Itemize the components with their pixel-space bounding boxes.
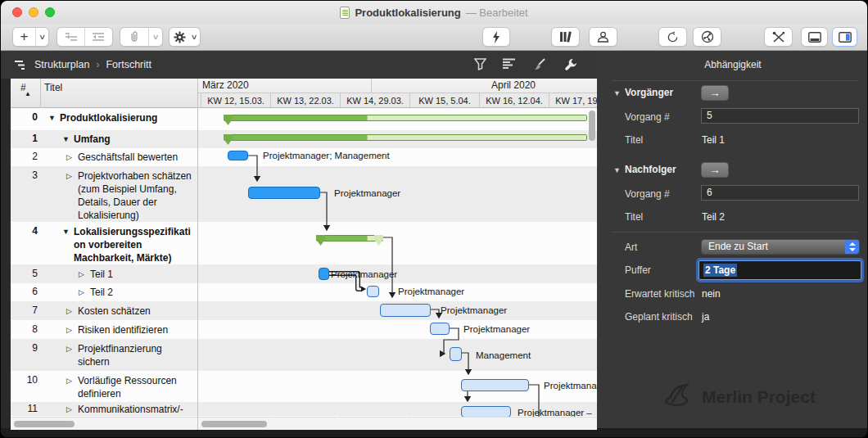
library-icon xyxy=(559,31,572,43)
add-button[interactable]: + ∨ xyxy=(12,27,49,47)
paperclip-icon[interactable] xyxy=(120,28,148,46)
resource-label: Projektmanager xyxy=(398,287,464,296)
window-title: Produktlokalisierung xyxy=(355,7,460,19)
task-title[interactable]: Vorläufige Ressourcen definieren xyxy=(78,374,196,400)
task-title[interactable]: Risiken identifizieren xyxy=(78,323,196,336)
task-title[interactable]: Projektvorhaben schätzen (zum Beispiel U… xyxy=(78,169,196,222)
window-edited-state: — Bearbeitet xyxy=(466,7,528,19)
task-title[interactable]: Umfang xyxy=(74,133,196,146)
resource-label: Management xyxy=(476,350,531,360)
task-title[interactable]: Kommunikationsmatrix/- xyxy=(78,403,196,416)
resource-label: Projektmanager xyxy=(331,269,397,279)
task-title[interactable]: Lokalisierungsspezifikation vorbereiten … xyxy=(74,225,196,264)
chevron-down-icon[interactable]: ∨ xyxy=(187,28,201,46)
disclosure-triangle-icon[interactable]: ▷ xyxy=(79,270,84,278)
disclosure-triangle-icon[interactable]: ▼ xyxy=(48,114,56,122)
app-window: Produktlokalisierung — Bearbeitet + ∨ ∨ xyxy=(0,0,868,438)
chevron-down-icon[interactable]: ∨ xyxy=(34,28,51,46)
task-number: 2 xyxy=(11,151,38,162)
expected-critical-label: Erwartet kritisch xyxy=(625,288,694,300)
indent-icon[interactable] xyxy=(57,28,84,46)
breadcrumb-view[interactable]: Strukturplan xyxy=(34,59,89,70)
week-header-cell[interactable]: KW 17, 19.04. xyxy=(549,93,597,108)
actions-button[interactable] xyxy=(482,27,510,47)
disclosure-triangle-icon[interactable]: ▷ xyxy=(66,172,72,180)
task-number: 6 xyxy=(11,286,38,297)
goto-predecessor-button[interactable]: → xyxy=(701,85,729,101)
disclosure-triangle-icon[interactable]: ▷ xyxy=(66,377,72,385)
disclosure-triangle-icon[interactable]: ▷ xyxy=(66,307,72,315)
task-number: 5 xyxy=(11,268,38,279)
month-label: März 2020 xyxy=(202,79,249,91)
disclosure-triangle-icon[interactable]: ▷ xyxy=(66,345,72,353)
gear-icon xyxy=(171,28,189,46)
disclosure-triangle-icon[interactable]: ▼ xyxy=(613,89,621,97)
title-bar: Produktlokalisierung — Bearbeitet xyxy=(1,1,867,24)
disclosure-triangle-icon[interactable]: ▷ xyxy=(66,153,72,161)
week-header-cell[interactable]: KW 12, 15.03. xyxy=(201,93,270,108)
merlin-hat-icon xyxy=(662,382,692,412)
sort-ascending-icon[interactable]: ▲ xyxy=(25,90,31,97)
watermark-text: Merlin Project xyxy=(702,387,816,407)
predecessor-title-label: Titel xyxy=(625,134,643,146)
outdent-icon[interactable] xyxy=(85,28,112,46)
table-horizontal-scrollbar[interactable] xyxy=(14,421,75,427)
settings-tools-button[interactable] xyxy=(764,27,793,47)
task-title[interactable]: Produktlokalisierung xyxy=(60,111,196,124)
lightning-icon xyxy=(492,31,500,43)
task-number: 4 xyxy=(11,225,38,237)
task-title[interactable]: Kosten schätzen xyxy=(78,305,196,318)
right-panel-toggle[interactable] xyxy=(832,27,857,47)
buffer-input[interactable]: 2 Tage xyxy=(698,260,861,280)
predecessor-section-header: Vorgänger xyxy=(625,87,673,98)
task-title[interactable]: Geschäftsfall bewerten xyxy=(78,151,196,164)
dependency-type-dropdown[interactable]: Ende zu Start xyxy=(701,239,860,255)
task-title[interactable]: Teil 1 xyxy=(90,268,196,281)
goto-successor-button[interactable]: → xyxy=(701,162,729,178)
column-header-title[interactable]: Titel xyxy=(44,82,62,93)
gantt-vertical-scrollbar[interactable] xyxy=(589,111,595,141)
link-group: ∨ xyxy=(120,27,163,47)
task-title[interactable]: Teil 2 xyxy=(90,286,196,299)
dropdown-stepper-icon xyxy=(845,240,859,254)
task-title[interactable]: Projektfinanzierung sichern xyxy=(78,342,196,368)
successor-number-field[interactable]: 6 xyxy=(701,185,859,201)
week-header-cell[interactable]: KW 16, 12.04. xyxy=(479,93,549,108)
predecessor-number-field[interactable]: 5 xyxy=(701,108,859,124)
dependency-type-value: Ende zu Start xyxy=(708,241,768,252)
timeline-week-header[interactable]: KW 12, 15.03.KW 13, 22.03.KW 14, 29.03.K… xyxy=(197,93,597,108)
chevron-down-icon[interactable]: ∨ xyxy=(147,28,165,46)
library-button[interactable] xyxy=(551,27,580,47)
network-button[interactable] xyxy=(693,27,721,47)
buffer-value-selected-text: 2 Tage xyxy=(703,264,737,277)
task-number: 7 xyxy=(11,305,38,316)
disclosure-triangle-icon[interactable]: ▼ xyxy=(613,166,621,174)
disclosure-triangle-icon[interactable]: ▼ xyxy=(62,228,70,236)
document-proxy-icon[interactable] xyxy=(340,7,350,19)
week-header-cell[interactable]: KW 15, 5.04. xyxy=(409,93,479,108)
disclosure-triangle-icon[interactable]: ▷ xyxy=(66,326,72,334)
week-header-cell[interactable]: KW 13, 22.03. xyxy=(270,93,340,108)
horizontal-scroll-area xyxy=(11,417,597,430)
person-icon xyxy=(597,31,609,43)
disclosure-triangle-icon[interactable]: ▼ xyxy=(62,135,70,143)
sync-button[interactable] xyxy=(658,27,687,47)
tools-icon xyxy=(772,31,785,43)
wrench-icon[interactable] xyxy=(564,58,577,71)
format-list-icon[interactable] xyxy=(502,58,516,70)
action-menu-button[interactable]: ∨ xyxy=(169,27,201,47)
disclosure-triangle-icon[interactable]: ▷ xyxy=(79,288,84,296)
disclosure-triangle-icon[interactable]: ▷ xyxy=(66,405,72,413)
gantt-horizontal-scrollbar[interactable] xyxy=(201,421,267,427)
timeline-month-header[interactable]: März 2020 April 2020 xyxy=(197,79,597,93)
filter-funnel-icon[interactable] xyxy=(474,58,486,70)
style-brush-icon[interactable] xyxy=(533,58,546,71)
breadcrumb-subview[interactable]: Fortschritt xyxy=(106,59,151,70)
task-number: 3 xyxy=(11,169,38,181)
outline-view-icon[interactable] xyxy=(14,60,28,70)
resources-button[interactable] xyxy=(589,27,617,47)
bottom-panel-toggle[interactable] xyxy=(801,27,828,47)
dependency-connectors xyxy=(197,108,597,417)
week-header-cell[interactable]: KW 14, 29.03. xyxy=(340,93,409,108)
month-label: April 2020 xyxy=(371,79,597,91)
